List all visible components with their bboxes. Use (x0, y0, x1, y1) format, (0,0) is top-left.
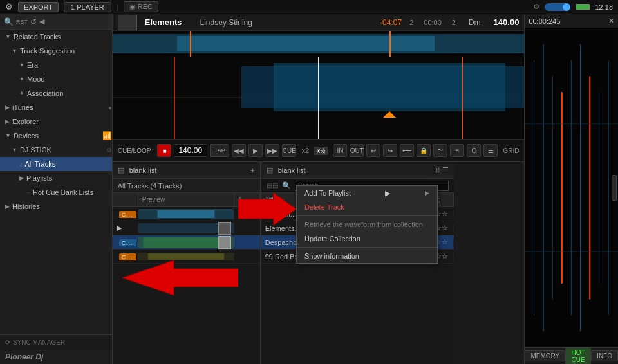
table-row[interactable]: CUE (113, 250, 260, 264)
clock: 12:18 (595, 3, 613, 11)
gear-icon[interactable]: ⚙ (5, 2, 13, 12)
table-row[interactable]: CUE (113, 207, 260, 221)
separator: | (117, 3, 118, 11)
table-row[interactable]: CUE (113, 235, 260, 250)
info-button[interactable]: INFO (591, 350, 618, 361)
expand-icon: – (27, 189, 30, 196)
table-row[interactable]: ▶ (113, 221, 260, 235)
time-elapsed-2: 2 (452, 19, 456, 26)
sidebar-item-explorer[interactable]: ▶ Explorer (0, 114, 112, 129)
ctx-retrieve-waveform[interactable]: Retrieve the waveform from collection (297, 217, 437, 232)
play-button[interactable]: ▶ (248, 144, 263, 157)
itunes-settings-icon[interactable]: ● (108, 104, 112, 111)
left-tracks-table: CUE (113, 207, 260, 364)
main-waveform-svg (113, 57, 525, 139)
col-settings-icon[interactable]: ⊞ (434, 166, 440, 174)
sidebar-item-dj-stick[interactable]: ▼ DJ STICK ⚙ (0, 143, 112, 157)
sidebar-item-hotcue-bank[interactable]: – Hot Cue Bank Lists (0, 185, 112, 199)
stick-settings-icon[interactable]: ⚙ (106, 147, 112, 154)
sync-lock[interactable]: 🔒 (417, 144, 431, 157)
expand-arrow: ▶ (5, 104, 10, 111)
blank-list-icon: ▤ (118, 166, 124, 174)
left-playlist-title: blank list (129, 167, 157, 174)
ctx-retrieve-label: Retrieve the waveform from collection (304, 221, 423, 228)
resize-handle[interactable] (612, 175, 617, 201)
overview-waveform-svg (113, 31, 525, 57)
rec-button[interactable]: ◉ REC (124, 1, 158, 12)
sidebar-bottom: ⟳ SYNC MANAGER (0, 334, 112, 350)
ctx-separator-2 (297, 247, 437, 248)
right-panel-time: 00:00:246 (529, 17, 560, 25)
sync-manager-label[interactable]: SYNC MANAGER (13, 339, 65, 346)
expand-arrow: ▼ (5, 33, 11, 40)
right-tl-header: ▤ blank list ⊞ ☰ (261, 162, 454, 179)
sidebar-item-playlists[interactable]: ▶ Playlists (0, 171, 112, 185)
loop-arrow2[interactable]: ↪ (383, 144, 397, 157)
sidebar-item-related-tracks[interactable]: ▼ Related Tracks (0, 30, 112, 44)
svg-rect-8 (274, 63, 505, 111)
settings-icon[interactable]: ⚙ (533, 3, 539, 11)
wave-btn[interactable]: 〜 (433, 144, 447, 157)
hotcue-button[interactable]: HOT CUE (565, 347, 591, 365)
right-tl-toolbar: ⊞ ☰ (434, 166, 449, 174)
album-thumb (218, 222, 231, 235)
expand-arrow: ▶ (19, 175, 24, 181)
right-tl-menu-icon[interactable]: ☰ (442, 166, 449, 174)
album-art (118, 15, 137, 30)
tap-button[interactable]: TAP (210, 144, 229, 157)
memory-button[interactable]: MEMORY (525, 350, 565, 361)
loop-reloop[interactable]: ↩ (366, 144, 380, 157)
waveform-overview[interactable] (113, 31, 525, 57)
deck-header: Elements Lindsey Stirling -04:07 2 00:00… (113, 14, 525, 31)
loop-in[interactable]: IN (333, 144, 347, 157)
waveform-main[interactable]: 1.1Bars (113, 57, 525, 139)
sidebar-item-track-suggestion[interactable]: ▼ Track Suggestion (0, 44, 112, 58)
stop-button[interactable]: ■ (157, 144, 171, 157)
sidebar-item-itunes[interactable]: ▶ iTunes ● (0, 100, 112, 114)
menu-btn[interactable]: ☰ (483, 144, 498, 157)
left-tl-header: ▤ blank list + (113, 162, 260, 179)
ctx-update-label: Update Collection (304, 235, 360, 242)
sync-button[interactable]: ⟵ (400, 144, 414, 157)
search-magnify-icon: 🔍 (282, 181, 291, 190)
eq-btn[interactable]: ≡ (450, 144, 464, 157)
export-button[interactable]: EXPORT (18, 2, 59, 12)
refresh-icon[interactable]: ↺ (30, 17, 37, 26)
sidebar-item-all-tracks[interactable]: ♪ All Tracks (0, 157, 112, 171)
sidebar-item-devices[interactable]: ▼ Devices 📶 (0, 129, 112, 143)
expand-arrow: ▼ (12, 147, 17, 153)
loop-out[interactable]: OUT (350, 144, 364, 157)
battery-icon (576, 4, 590, 10)
prev-beat[interactable]: ◀◀ (232, 144, 246, 157)
sidebar-label: Playlists (26, 174, 52, 182)
right-panel-header: 00:00:246 ✕ (525, 14, 618, 28)
rst-button[interactable]: RST (16, 19, 28, 25)
grid-btn[interactable]: Q (467, 144, 481, 157)
ctx-show-info[interactable]: Show information (297, 249, 437, 263)
close-icon[interactable]: ✕ (608, 17, 614, 25)
ctx-add-playlist[interactable]: Add To Playlist ▶ (297, 186, 437, 200)
sidebar-item-histories[interactable]: ▶ Histories (0, 199, 112, 214)
all-tracks-count: All Tracks (4 Tracks) (118, 182, 182, 190)
waveform-preview (138, 250, 234, 264)
search-icon[interactable]: 🔍 (4, 17, 14, 26)
arrow-left-icon[interactable]: ◀ (39, 17, 44, 26)
add-track-btn[interactable]: + (250, 167, 254, 174)
sidebar-item-era[interactable]: ✦ Era (0, 58, 112, 72)
ctx-delete-track[interactable]: Delete Track (297, 200, 437, 214)
half-x-label: x½ (314, 147, 328, 155)
left-tracklist: ▤ blank list + All Tracks (4 Tracks) Pre… (113, 162, 261, 364)
play-icon: ▶ (117, 224, 122, 232)
next-beat[interactable]: ▶▶ (265, 144, 279, 157)
ctx-update-collection[interactable]: Update Collection (297, 232, 437, 246)
player-button[interactable]: 1 PLAYER (64, 2, 111, 12)
sidebar-item-mood[interactable]: ✦ Mood (0, 72, 112, 86)
sidebar-item-association[interactable]: ✦ Association (0, 86, 112, 100)
cue-badge: CUE (119, 253, 136, 260)
sidebar-label: Track Suggestion (20, 47, 75, 55)
expand-arrow: ▶ (5, 203, 10, 210)
cue-button[interactable]: CUE (282, 144, 296, 157)
left-tl-columns: Preview T (113, 193, 260, 207)
time-separator: 2 (409, 19, 413, 26)
play-cell[interactable]: ▶ (113, 224, 138, 232)
